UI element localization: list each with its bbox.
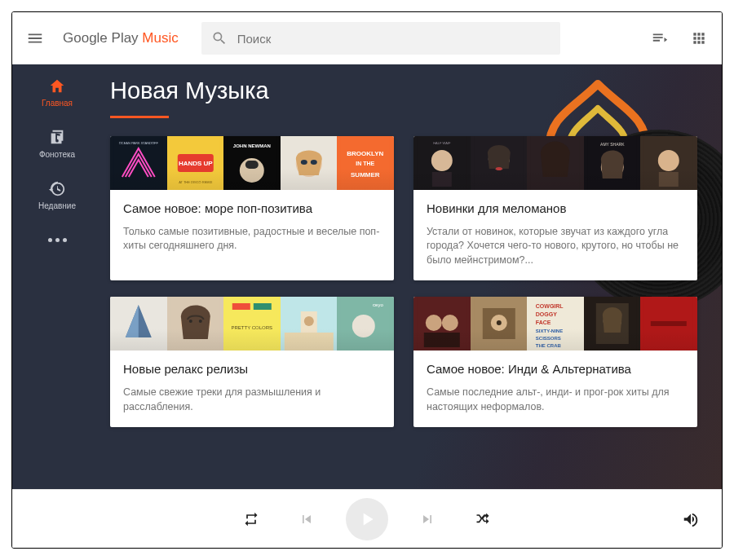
- sidebar-more-button[interactable]: [42, 231, 73, 249]
- recommendation-card[interactable]: HALF WAIF AMY SHARK Новинки для меломано…: [413, 136, 697, 280]
- svg-rect-9: [245, 161, 259, 169]
- svg-rect-22: [474, 136, 523, 190]
- svg-text:AMY SHARK: AMY SHARK: [600, 142, 625, 147]
- svg-point-24: [495, 167, 502, 170]
- queue-button[interactable]: [643, 22, 676, 55]
- svg-rect-69: [644, 297, 693, 351]
- sidebar-item-recent[interactable]: Недавние: [24, 180, 90, 210]
- svg-point-29: [601, 156, 624, 179]
- sidebar-item-label: Недавние: [38, 201, 76, 210]
- svg-rect-0: [114, 136, 163, 190]
- svg-point-31: [658, 150, 679, 171]
- app-header: Google Play Music: [12, 12, 722, 64]
- svg-point-39: [198, 320, 201, 323]
- svg-point-13: [311, 160, 317, 165]
- menu-button[interactable]: [19, 22, 51, 55]
- svg-text:IN THE: IN THE: [356, 161, 375, 166]
- cover-strip: OCEAN PARK STANDOFF HANDS UPAT THE DISCO…: [110, 136, 394, 190]
- svg-text:DOGGY: DOGGY: [536, 311, 557, 317]
- history-icon: [48, 180, 66, 198]
- library-icon: [48, 129, 66, 147]
- title-underline: [110, 116, 169, 118]
- card-title: Новинки для меломанов: [427, 201, 684, 217]
- recommendation-card[interactable]: OCEAN PARK STANDOFF HANDS UPAT THE DISCO…: [110, 136, 394, 280]
- svg-point-52: [426, 315, 442, 331]
- card-desc: Самые свежие треки для размышления и рас…: [123, 386, 381, 414]
- svg-rect-3: [177, 154, 213, 172]
- svg-rect-51: [418, 297, 466, 351]
- svg-text:OCEAN PARK STANDOFF: OCEAN PARK STANDOFF: [119, 141, 159, 145]
- svg-rect-6: [228, 136, 276, 190]
- svg-point-37: [180, 308, 210, 337]
- svg-text:ceyo: ceyo: [374, 302, 384, 307]
- svg-marker-35: [126, 305, 139, 337]
- recommendation-card[interactable]: COWGIRLDOGGYFACESIXTY-NINESCISSORSTHE CR…: [413, 297, 697, 427]
- svg-text:PRETTY COLORS: PRETTY COLORS: [232, 325, 273, 330]
- play-button[interactable]: [346, 498, 388, 540]
- svg-rect-54: [424, 333, 460, 347]
- card-title: Самое новое: Инди & Альтернатива: [427, 362, 684, 377]
- svg-point-23: [488, 148, 509, 170]
- svg-text:JOHN NEWMAN: JOHN NEWMAN: [233, 143, 271, 148]
- svg-rect-46: [301, 311, 317, 333]
- svg-rect-33: [114, 297, 163, 351]
- svg-point-47: [304, 316, 314, 326]
- svg-point-53: [442, 315, 458, 331]
- svg-rect-18: [418, 136, 466, 190]
- search-box[interactable]: [201, 22, 560, 55]
- svg-rect-40: [228, 297, 276, 351]
- svg-text:COWGIRL: COWGIRL: [536, 303, 564, 309]
- cover-strip: COWGIRLDOGGYFACESIXTY-NINESCISSORSTHE CR…: [413, 297, 697, 351]
- svg-text:SUMMER: SUMMER: [351, 171, 380, 179]
- svg-rect-41: [232, 303, 250, 310]
- svg-rect-42: [254, 303, 272, 310]
- svg-point-68: [604, 312, 621, 330]
- cover-strip: PRETTY COLORS ceyo: [110, 297, 394, 351]
- previous-button[interactable]: [290, 503, 323, 536]
- shuffle-button[interactable]: [466, 503, 499, 536]
- svg-point-38: [188, 320, 192, 323]
- next-button[interactable]: [411, 503, 444, 536]
- svg-point-26: [543, 148, 568, 173]
- svg-rect-48: [341, 297, 390, 351]
- logo-text: Google Play: [63, 30, 142, 46]
- search-input[interactable]: [237, 32, 550, 46]
- sidebar: Главная Фонотека Недавние: [12, 64, 102, 489]
- repeat-button[interactable]: [235, 503, 268, 536]
- svg-point-58: [496, 320, 501, 325]
- svg-rect-59: [531, 297, 580, 351]
- apps-button[interactable]: [683, 22, 715, 55]
- svg-point-11: [296, 151, 322, 177]
- card-title: Новые релакс релизы: [123, 362, 381, 377]
- svg-marker-34: [126, 305, 152, 337]
- app-logo: Google Play Music: [63, 30, 179, 46]
- svg-point-50: [352, 315, 375, 337]
- card-desc: Только самые позитивные, радостные и вес…: [123, 225, 381, 254]
- cards-grid: OCEAN PARK STANDOFF HANDS UPAT THE DISCO…: [110, 136, 697, 427]
- svg-text:SIXTY-NINE: SIXTY-NINE: [536, 329, 563, 333]
- main-content: Новая Музыка OCEAN PARK STANDOFF HANDS U…: [102, 64, 722, 489]
- svg-rect-10: [285, 136, 334, 190]
- player-bar: [12, 489, 722, 548]
- svg-rect-55: [474, 297, 523, 351]
- svg-rect-32: [659, 172, 679, 187]
- sidebar-item-home[interactable]: Главная: [24, 77, 90, 108]
- svg-text:HANDS UP: HANDS UP: [179, 160, 213, 167]
- svg-rect-36: [170, 297, 219, 351]
- svg-text:SCISSORS: SCISSORS: [536, 336, 561, 341]
- sidebar-item-library[interactable]: Фонотека: [24, 129, 90, 159]
- sidebar-item-label: Главная: [42, 99, 73, 108]
- search-icon: [211, 30, 228, 46]
- svg-rect-56: [482, 308, 515, 339]
- card-desc: Самые последние альт-, инди- и прог-рок …: [427, 386, 684, 414]
- svg-rect-25: [531, 136, 580, 190]
- svg-point-12: [301, 160, 307, 165]
- volume-button[interactable]: [674, 503, 707, 536]
- svg-text:HALF WAIF: HALF WAIF: [433, 141, 451, 145]
- svg-rect-44: [285, 297, 334, 351]
- page-title: Новая Музыка: [110, 77, 697, 104]
- card-desc: Устали от новинок, которые звучат из каж…: [427, 225, 684, 268]
- recommendation-card[interactable]: PRETTY COLORS ceyo Новые релакс релизы С…: [110, 297, 394, 427]
- svg-rect-66: [588, 297, 637, 351]
- cover-strip: HALF WAIF AMY SHARK: [413, 136, 697, 190]
